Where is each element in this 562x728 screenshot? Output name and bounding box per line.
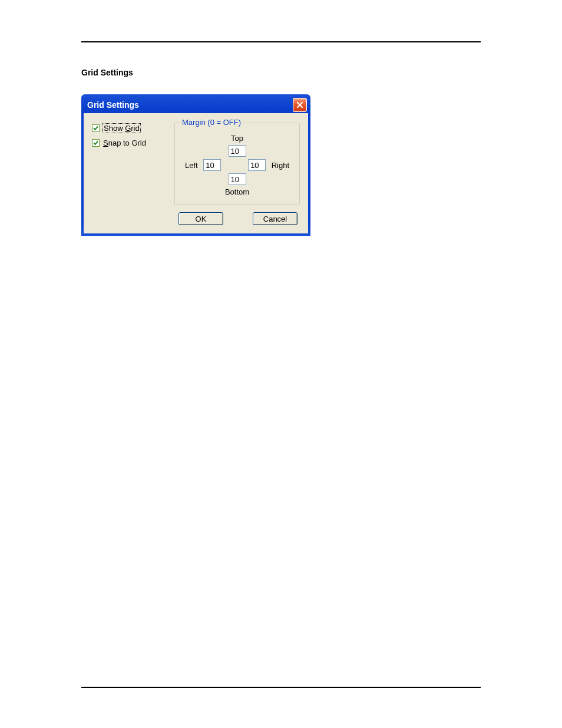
margin-groupbox: Margin (0 = OFF) Top Left Right <box>174 123 300 205</box>
cancel-button[interactable]: Cancel <box>253 212 297 225</box>
dialog-client-area: Show Grid Snap to Grid Margin (0 = OFF) … <box>84 113 308 233</box>
check-icon <box>92 140 99 146</box>
margin-top-label: Top <box>231 134 243 143</box>
check-icon <box>92 125 99 131</box>
snap-to-grid-checkbox[interactable] <box>92 139 100 147</box>
show-grid-label: Show Grid <box>103 124 140 133</box>
margin-top-input[interactable] <box>229 145 246 157</box>
page-bottom-rule <box>81 687 481 688</box>
close-button[interactable] <box>293 98 307 112</box>
ok-button[interactable]: OK <box>178 212 223 225</box>
titlebar[interactable]: Grid Settings <box>84 97 308 113</box>
section-heading: Grid Settings <box>81 68 133 77</box>
margin-bottom-label: Bottom <box>225 187 249 196</box>
grid-settings-dialog: Grid Settings Show Grid <box>81 94 310 236</box>
margin-right-input[interactable] <box>248 159 266 171</box>
dialog-button-row: OK Cancel <box>92 212 300 225</box>
checkbox-column: Show Grid Snap to Grid <box>92 121 168 205</box>
show-grid-checkbox[interactable] <box>92 124 100 132</box>
close-icon <box>296 101 303 108</box>
page-top-rule <box>81 41 481 42</box>
margin-left-input[interactable] <box>203 159 221 171</box>
titlebar-title: Grid Settings <box>87 100 139 110</box>
snap-to-grid-checkbox-row[interactable]: Snap to Grid <box>92 139 168 147</box>
snap-to-grid-label: Snap to Grid <box>103 139 146 147</box>
margin-right-label: Right <box>272 161 289 170</box>
show-grid-checkbox-row[interactable]: Show Grid <box>92 124 168 133</box>
margin-bottom-input[interactable] <box>229 173 246 185</box>
margin-left-label: Left <box>185 161 198 170</box>
margin-legend: Margin (0 = OFF) <box>180 118 243 127</box>
